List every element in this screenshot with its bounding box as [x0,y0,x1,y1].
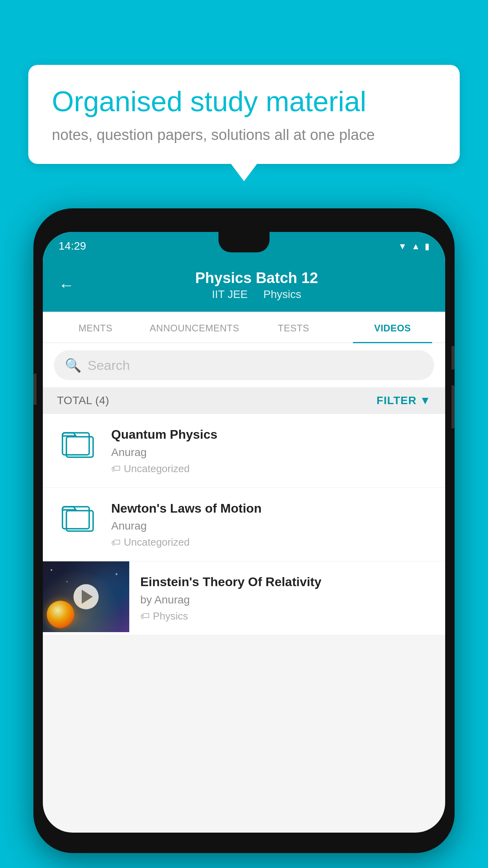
tag-label: Uncategorized [124,463,190,475]
app-header: ← Physics Batch 12 IIT JEE Physics [43,260,445,312]
power-button [451,346,455,370]
notch [218,232,270,252]
battery-icon [425,241,429,252]
filter-row: TOTAL (4) FILTER ▼ [43,387,445,414]
video-info: Quantum Physics Anurag 🏷 Uncategorized [111,427,431,475]
wifi-icon [398,241,407,252]
phone-frame: 14:29 ← Physics Batch 12 IIT JEE Physics [33,208,455,853]
list-item[interactable]: Quantum Physics Anurag 🏷 Uncategorized [43,414,445,488]
search-icon: 🔍 [65,357,81,373]
subtitle-iit: IIT JEE [212,288,248,300]
video-author: Anurag [111,520,431,532]
tag-label: Physics [153,610,188,622]
video-info: Newton's Laws of Motion Anurag 🏷 Uncateg… [111,500,431,549]
video-tag: 🏷 Uncategorized [111,463,431,475]
video-list: Quantum Physics Anurag 🏷 Uncategorized [43,414,445,635]
tab-videos[interactable]: VIDEOS [343,312,442,342]
list-item[interactable]: Newton's Laws of Motion Anurag 🏷 Uncateg… [43,488,445,562]
phone-screen: 14:29 ← Physics Batch 12 IIT JEE Physics [43,232,445,833]
filter-icon: ▼ [420,394,431,407]
tag-icon: 🏷 [140,611,150,622]
search-placeholder: Search [88,358,130,373]
back-button[interactable]: ← [59,276,74,294]
video-title: Einstein's Theory Of Relativity [140,574,434,590]
filter-label: FILTER [376,394,416,407]
status-time: 14:29 [59,240,86,252]
search-bar[interactable]: 🔍 Search [54,350,434,380]
tab-ments[interactable]: MENTS [46,312,145,342]
total-count: TOTAL (4) [57,394,109,407]
speech-bubble-subtitle: notes, question papers, solutions all at… [52,127,436,143]
video-author: by Anurag [140,594,434,606]
batch-title: Physics Batch 12 [84,270,429,287]
video-thumbnail [43,561,129,632]
video-author: Anurag [111,446,431,459]
tag-icon: 🏷 [111,537,121,548]
status-icons [398,241,429,252]
video-tag: 🏷 Physics [140,610,434,622]
subtitle-physics: Physics [263,288,301,300]
batch-subtitle: IIT JEE Physics [84,288,429,301]
tab-announcements[interactable]: ANNOUNCEMENTS [145,312,244,342]
video-title: Quantum Physics [111,427,431,443]
video-folder-icon [57,500,100,532]
volume-down-button [451,385,455,428]
tab-tests[interactable]: TESTS [244,312,343,342]
tag-icon: 🏷 [111,463,121,474]
tabs-bar: MENTS ANNOUNCEMENTS TESTS VIDEOS [43,312,445,343]
list-item[interactable]: Einstein's Theory Of Relativity by Anura… [43,561,445,635]
video-tag: 🏷 Uncategorized [111,536,431,548]
video-folder-icon [57,427,100,458]
speech-bubble-card: Organised study material notes, question… [28,65,460,164]
search-container: 🔍 Search [43,343,445,387]
speech-bubble-title: Organised study material [52,85,436,118]
header-title-area: Physics Batch 12 IIT JEE Physics [84,270,429,301]
video-title: Newton's Laws of Motion [111,500,431,517]
volume-button [33,373,37,405]
video-info: Einstein's Theory Of Relativity by Anura… [129,561,445,635]
filter-button[interactable]: FILTER ▼ [376,394,431,407]
signal-icon [411,241,420,252]
tag-label: Uncategorized [124,536,190,548]
